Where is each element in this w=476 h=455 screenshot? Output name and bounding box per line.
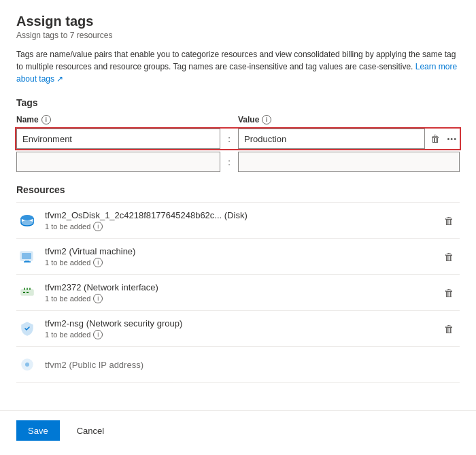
trash-icon: 🗑 (444, 323, 454, 335)
resource-status: 1 to be added i (45, 222, 439, 231)
disk-icon (16, 209, 38, 231)
svg-rect-7 (23, 292, 25, 293)
resource-info-icon: i (93, 258, 103, 267)
svg-point-1 (21, 220, 33, 226)
resource-name: tfvm2 (Public IP address) (45, 360, 460, 370)
resources-section-title: Resources (16, 184, 460, 195)
resource-list: tfvm2_OsDisk_1_2c4218f8177645248b62c... … (16, 202, 460, 383)
list-item: tfvm2 (Virtual machine) 1 to be added i … (16, 239, 460, 275)
tag-colon-1: : (223, 134, 235, 144)
svg-point-0 (21, 215, 33, 220)
resource-name: tfvm2372 (Network interface) (45, 282, 439, 292)
resource-status: 1 to be added i (45, 294, 439, 303)
description-text: Tags are name/value pairs that enable yo… (16, 48, 460, 85)
resource-info-icon: i (93, 330, 103, 339)
value-info-icon: i (262, 115, 271, 124)
resource-info-icon: i (93, 294, 103, 303)
tag-value-input-1[interactable] (238, 129, 425, 149)
tag-value-input-2[interactable] (238, 152, 460, 172)
page-subtitle: Assign tags to 7 resources (16, 31, 460, 40)
tag-delete-button-1[interactable]: 🗑 (428, 131, 443, 147)
name-info-icon: i (41, 115, 51, 124)
resource-delete-button[interactable]: 🗑 (439, 212, 460, 229)
vm-icon (16, 246, 38, 267)
tag-name-input-2[interactable] (16, 152, 220, 172)
cancel-button[interactable]: Cancel (65, 420, 116, 441)
list-item: tfvm2-nsg (Network security group) 1 to … (16, 311, 460, 347)
list-item: tfvm2372 (Network interface) 1 to be add… (16, 275, 460, 311)
name-column-header: Name (16, 115, 39, 124)
svg-rect-3 (22, 253, 31, 259)
trash-icon-1: 🗑 (430, 133, 440, 144)
resource-name: tfvm2 (Virtual machine) (45, 246, 439, 256)
resource-name: tfvm2_OsDisk_1_2c4218f8177645248b62c... … (45, 210, 439, 220)
tag-more-button-1[interactable]: ••• (444, 132, 460, 146)
value-column-header: Value (238, 115, 259, 124)
tag-colon-2: : (223, 157, 235, 167)
resource-name: tfvm2-nsg (Network security group) (45, 318, 439, 328)
trash-icon: 🗑 (444, 215, 454, 226)
trash-icon: 🗑 (444, 287, 454, 299)
resource-status: 1 to be added i (45, 330, 439, 339)
nic-icon (16, 282, 38, 303)
tag-name-input-1[interactable] (16, 129, 220, 149)
resource-status: 1 to be added i (45, 258, 439, 267)
resource-delete-button[interactable]: 🗑 (439, 320, 460, 337)
trash-icon: 🗑 (444, 251, 454, 263)
svg-rect-8 (27, 292, 29, 293)
list-item: tfvm2 (Public IP address) (16, 347, 460, 383)
nsg-icon (16, 318, 38, 339)
resource-delete-button[interactable]: 🗑 (439, 284, 460, 301)
pip-icon (16, 354, 38, 375)
resource-delete-button[interactable]: 🗑 (439, 248, 460, 265)
footer-bar: Save Cancel (0, 410, 476, 450)
tag-row-2: : (16, 152, 460, 172)
save-button[interactable]: Save (16, 420, 60, 441)
resource-info-icon: i (93, 222, 103, 231)
tag-row-1: : 🗑 ••• (16, 129, 460, 149)
more-icon-1: ••• (447, 135, 457, 143)
list-item: tfvm2_OsDisk_1_2c4218f8177645248b62c... … (16, 202, 460, 239)
page-title: Assign tags (16, 14, 460, 29)
tags-section-title: Tags (16, 97, 460, 108)
svg-point-13 (25, 363, 29, 367)
